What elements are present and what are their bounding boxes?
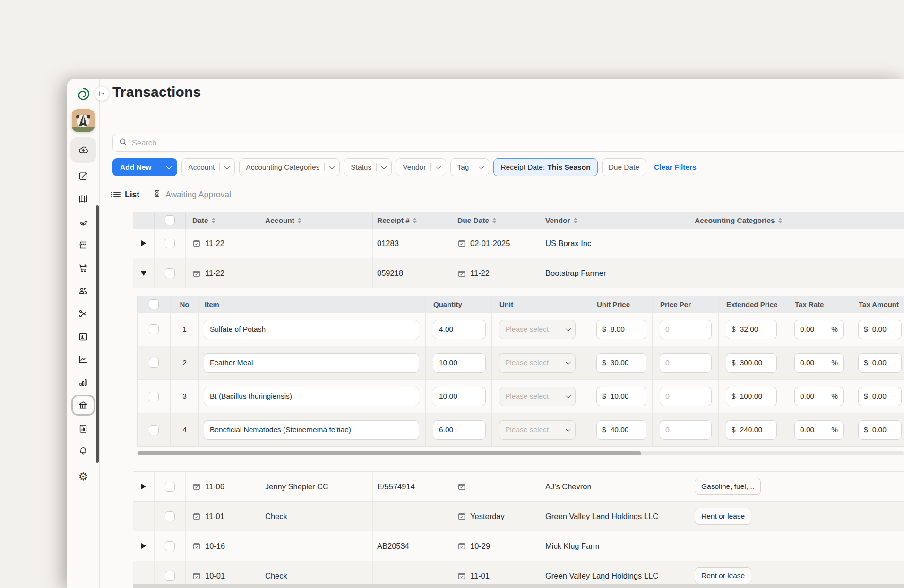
row-checkbox[interactable]	[165, 571, 175, 581]
unit-select[interactable]: Please select	[499, 387, 576, 406]
item-name-input[interactable]	[204, 420, 419, 440]
unit-price-input[interactable]: $8.00	[596, 320, 646, 339]
add-new-button[interactable]: Add New	[112, 158, 177, 176]
item-name-input[interactable]	[204, 353, 419, 373]
select-all-checkbox[interactable]	[149, 299, 159, 309]
accounting-categories-filter-button[interactable]: Accounting Categories	[239, 158, 340, 176]
category-chip: Gasoline, fuel,...	[695, 478, 761, 495]
line-items-hscrollbar-track[interactable]	[137, 451, 904, 455]
clipboard-chart-icon[interactable]	[78, 423, 88, 434]
avatar[interactable]	[72, 109, 95, 132]
row-checkbox[interactable]	[149, 392, 159, 401]
row-checkbox[interactable]	[165, 239, 175, 248]
tax-amount-input[interactable]: $0.00	[858, 353, 902, 373]
header-accounting-categories[interactable]: Accounting Categories	[690, 212, 904, 229]
header-due-date[interactable]: Due Date	[453, 212, 541, 229]
cell-date: 11-01	[186, 502, 258, 531]
row-checkbox[interactable]	[149, 358, 159, 368]
bank-icon[interactable]	[78, 400, 88, 410]
search-input[interactable]	[132, 138, 901, 147]
row-expander[interactable]	[133, 258, 155, 288]
tax-rate-input[interactable]: 0.00%	[794, 320, 844, 339]
tax-amount-input[interactable]: $0.00	[858, 420, 902, 440]
quantity-input[interactable]	[433, 353, 486, 373]
row-checkbox[interactable]	[149, 425, 159, 435]
sidebar-collapse-button[interactable]	[95, 87, 109, 101]
price-per-input[interactable]	[660, 353, 712, 373]
receipt-date-filter-button[interactable]: Receipt Date: This Season	[493, 158, 597, 176]
tax-rate-input[interactable]: 0.00%	[794, 420, 844, 440]
price-per-input[interactable]	[660, 320, 712, 339]
header-receipt[interactable]: Receipt #	[373, 212, 453, 229]
unit-price-input[interactable]: $40.00	[596, 420, 646, 440]
sort-icon[interactable]	[492, 218, 496, 223]
tax-amount-input[interactable]: $0.00	[858, 387, 902, 406]
compose-icon[interactable]	[78, 171, 88, 181]
clear-filters-link[interactable]: Clear Filters	[654, 163, 697, 171]
row-checkbox[interactable]	[165, 482, 175, 492]
quantity-input[interactable]	[433, 420, 486, 440]
quantity-input[interactable]	[433, 387, 486, 406]
row-checkbox[interactable]	[149, 324, 159, 334]
unit-select[interactable]: Please select	[499, 320, 576, 339]
unit-price-input[interactable]: $30.00	[596, 353, 646, 373]
sort-icon[interactable]	[413, 218, 417, 223]
bar-chart-icon[interactable]	[78, 377, 88, 388]
add-new-dropdown[interactable]	[159, 158, 177, 176]
vendor-filter-button[interactable]: Vendor	[396, 158, 446, 176]
line-items-hscrollbar-thumb[interactable]	[138, 451, 641, 455]
unit-price-input[interactable]: $10.00	[596, 387, 646, 406]
storefront-icon[interactable]	[78, 240, 88, 250]
tax-rate-input[interactable]: 0.00%	[794, 353, 844, 373]
line-chart-icon[interactable]	[78, 354, 88, 365]
header-vendor[interactable]: Vendor	[541, 212, 690, 229]
unit-select[interactable]: Please select	[499, 420, 576, 440]
item-name-input[interactable]	[204, 320, 419, 339]
account-filter-button[interactable]: Account	[181, 158, 235, 176]
contact-card-icon[interactable]	[78, 332, 88, 342]
row-checkbox[interactable]	[165, 268, 175, 278]
people-icon[interactable]	[78, 286, 88, 296]
unit-select[interactable]: Please select	[499, 353, 576, 373]
price-per-input[interactable]	[660, 387, 712, 406]
header-date[interactable]: Date	[186, 212, 258, 229]
extended-price-input[interactable]: $100.00	[726, 387, 777, 406]
sort-icon[interactable]	[298, 218, 301, 223]
due-date-filter-button[interactable]: Due Date	[602, 158, 646, 176]
row-checkbox[interactable]	[165, 511, 175, 521]
tax-rate-input[interactable]: 0.00%	[794, 387, 844, 406]
cart-plus-icon[interactable]	[78, 263, 88, 273]
vendor-filter-label: Vendor	[403, 163, 426, 171]
item-name-input[interactable]	[204, 387, 419, 406]
calendar-icon	[457, 512, 466, 520]
row-expander[interactable]	[133, 472, 155, 501]
tax-amount-input[interactable]: $0.00	[858, 320, 902, 339]
tag-filter-button[interactable]: Tag	[450, 158, 489, 176]
extended-price-input[interactable]: $300.00	[726, 353, 777, 373]
status-filter-button[interactable]: Status	[344, 158, 392, 176]
select-all-checkbox[interactable]	[165, 215, 175, 225]
sort-icon[interactable]	[778, 218, 782, 223]
scissors-icon[interactable]	[78, 308, 88, 319]
cell-vendor: Mick Klug Farm	[541, 531, 690, 561]
row-expander[interactable]	[133, 229, 155, 258]
table-hscrollbar[interactable]	[133, 584, 904, 588]
price-per-input[interactable]	[660, 420, 712, 440]
quantity-input[interactable]	[433, 320, 486, 339]
sidebar-scrollbar[interactable]	[96, 205, 99, 463]
cloud-upload-icon[interactable]	[78, 145, 88, 155]
row-checkbox[interactable]	[165, 541, 175, 551]
gear-icon[interactable]: ⚙	[78, 471, 88, 482]
map-icon[interactable]	[78, 194, 88, 204]
li-select	[138, 313, 171, 346]
extended-price-input[interactable]: $32.00	[726, 320, 777, 339]
tab-list[interactable]: List	[113, 190, 139, 200]
seedling-icon[interactable]	[78, 217, 88, 227]
extended-price-input[interactable]: $240.00	[726, 420, 777, 440]
tab-awaiting-approval[interactable]: Awaiting Approval	[153, 189, 231, 201]
row-expander[interactable]	[133, 531, 155, 561]
sort-icon[interactable]	[212, 218, 215, 223]
bell-icon[interactable]	[78, 446, 88, 456]
header-account[interactable]: Account	[258, 212, 373, 229]
sort-icon[interactable]	[574, 218, 577, 223]
